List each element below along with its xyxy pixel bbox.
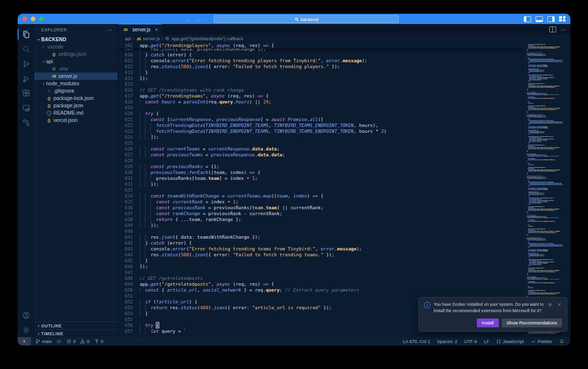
code-line[interactable]: 630 previousTeams.forEach((team, index) … bbox=[118, 170, 525, 175]
tree-item--gitignore[interactable]: ◇.gitignore bbox=[34, 87, 118, 95]
code-line[interactable]: 637 const rankChange = previousRank - cu… bbox=[118, 211, 525, 217]
tab-server-js[interactable]: JS server.js × bbox=[118, 24, 163, 35]
code-line[interactable]: 631 previousRanks[team.team] = index + 1… bbox=[118, 175, 525, 181]
code-line[interactable]: 624 ]); bbox=[118, 134, 525, 140]
code-line[interactable]: 618 const hours = parseInt(req.query.hou… bbox=[118, 99, 525, 105]
code-line[interactable]: 639 }); bbox=[118, 222, 525, 228]
activity-explorer-icon[interactable] bbox=[18, 27, 34, 42]
formatter-prettier[interactable]: Prettier bbox=[531, 339, 552, 344]
tree-item-backend[interactable]: ›BACKEND bbox=[34, 36, 118, 43]
breadcrumb-item[interactable]: app.get("/getrelatedposts") callback bbox=[172, 36, 243, 41]
code-line[interactable]: 648// GET /getrelatedposts bbox=[118, 275, 525, 281]
code-line[interactable]: 638 return { ...team, rankChange }; bbox=[118, 217, 525, 222]
eol[interactable]: LF bbox=[484, 339, 490, 344]
back-arrow-icon[interactable]: ← bbox=[186, 16, 192, 22]
activity-references-icon[interactable] bbox=[18, 115, 34, 130]
tree-item-server-js[interactable]: JSserver.js bbox=[34, 73, 118, 80]
code-line[interactable]: 613 } bbox=[118, 70, 525, 75]
code-line[interactable]: 610 } catch (error) { bbox=[118, 52, 525, 58]
notification-settings-gear-icon[interactable] bbox=[547, 302, 553, 307]
activity-remote-explorer-icon[interactable] bbox=[18, 100, 34, 115]
activity-search-icon[interactable] bbox=[18, 42, 34, 56]
install-button[interactable]: Install bbox=[477, 319, 498, 327]
tree-item--vscode[interactable]: ›.vscode bbox=[34, 43, 118, 50]
indentation[interactable]: Spaces: 2 bbox=[437, 339, 457, 344]
breadcrumb-item[interactable]: server.js bbox=[143, 36, 160, 41]
code-line[interactable]: 646}); bbox=[118, 264, 525, 270]
activity-source-control-icon[interactable] bbox=[18, 56, 34, 71]
forward-arrow-icon[interactable]: → bbox=[196, 16, 202, 22]
sticky-scroll-line[interactable]: 582app.get("/trendingplayers", async (re… bbox=[118, 43, 525, 49]
sidebar-section-outline[interactable]: ›OUTLINE bbox=[34, 321, 118, 329]
tree-item-readme-md[interactable]: iREADME.md bbox=[34, 109, 118, 117]
code-line[interactable]: 629 const previousRanks = {}; bbox=[118, 164, 525, 170]
close-tab-icon[interactable]: × bbox=[155, 27, 158, 32]
minimize-window-button[interactable] bbox=[31, 17, 35, 21]
activity-settings-gear-icon[interactable] bbox=[18, 322, 34, 337]
code-line[interactable]: 644 res.status(500).json({ error: "Faile… bbox=[118, 252, 525, 258]
code-line[interactable]: 616// GET /trendingteams with rank chang… bbox=[118, 87, 525, 93]
code-line[interactable]: 635 const currentRank = index + 1; bbox=[118, 199, 525, 205]
code-line[interactable]: 623 fetchTrendingData(TINYBIRD_ENDPOINT_… bbox=[118, 128, 525, 134]
tree-item--env[interactable]: ⚙.env bbox=[34, 65, 118, 73]
activity-account-icon[interactable] bbox=[18, 308, 34, 322]
publish-changes[interactable] bbox=[56, 339, 62, 344]
notifications-bell[interactable] bbox=[559, 339, 564, 344]
code-line[interactable]: 647 bbox=[118, 270, 525, 275]
customize-layout-icon[interactable] bbox=[559, 16, 565, 22]
split-editor-icon[interactable] bbox=[549, 26, 556, 32]
problems-warnings[interactable]: 0 bbox=[80, 339, 89, 344]
tree-item-settings-json[interactable]: {}settings.json bbox=[34, 50, 118, 58]
code-line[interactable]: 628 bbox=[118, 158, 525, 164]
breadcrumb-item[interactable]: api bbox=[125, 36, 131, 41]
code-line[interactable]: 649app.get("/getrelatedposts", async (re… bbox=[118, 281, 525, 287]
explorer-more-actions-icon[interactable]: ⋯ bbox=[107, 27, 113, 33]
more-actions-icon[interactable]: ⋯ bbox=[561, 26, 566, 33]
toggle-secondary-sidebar-icon[interactable] bbox=[547, 16, 555, 22]
toggle-panel-icon[interactable] bbox=[536, 16, 543, 22]
show-recommendations-button[interactable]: Show Recommendations bbox=[502, 319, 562, 327]
code-line[interactable]: 632 }); bbox=[118, 181, 525, 187]
tree-item-node-modules[interactable]: ›node_modules bbox=[34, 80, 118, 87]
code-line[interactable]: 633 bbox=[118, 187, 525, 193]
toggle-sidebar-icon[interactable] bbox=[524, 16, 531, 22]
code-line[interactable]: 622 fetchTrendingData(TINYBIRD_ENDPOINT_… bbox=[118, 123, 525, 128]
code-line[interactable]: 626 const currentTeams = currentResponse… bbox=[118, 146, 525, 152]
code-line[interactable]: 627 const previousTeams = previousRespon… bbox=[118, 152, 525, 158]
zoom-window-button[interactable] bbox=[39, 17, 44, 21]
code-line[interactable]: 634 const teamsWithRankChange = currentT… bbox=[118, 193, 525, 199]
code-line[interactable]: 642 } catch (error) { bbox=[118, 240, 525, 246]
sidebar-section-timeline[interactable]: ›TIMELINE bbox=[34, 329, 118, 337]
code-line[interactable]: 636 const previousRank = previousRanks[t… bbox=[118, 205, 525, 211]
code-line[interactable]: 625 bbox=[118, 140, 525, 146]
notification-close-icon[interactable] bbox=[557, 302, 562, 307]
cursor-position[interactable]: Ln 670, Col 1 bbox=[403, 339, 430, 344]
activity-extensions-icon[interactable] bbox=[18, 86, 34, 100]
code-line[interactable]: 645 } bbox=[118, 258, 525, 264]
language-mode[interactable]: {}JavaScript bbox=[496, 339, 524, 344]
code-line[interactable]: 650 const { article_url, social_network … bbox=[118, 287, 525, 293]
encoding[interactable]: UTF-8 bbox=[464, 339, 477, 344]
ports-indicator[interactable]: 0 bbox=[94, 339, 103, 344]
code-line[interactable]: 612 res.status(500).json({ error: "Faile… bbox=[118, 64, 525, 70]
code-line[interactable]: 582app.get("/trendingplayers", async (re… bbox=[118, 43, 525, 49]
code-line[interactable]: 641 res.json({ data: teamsWithRankChange… bbox=[118, 234, 525, 240]
tree-item-vercel-json[interactable]: {}vercel.json bbox=[34, 117, 118, 124]
problems-errors[interactable]: 0 bbox=[66, 339, 75, 344]
code-line[interactable]: 614}); bbox=[118, 75, 525, 81]
tree-item-package-json[interactable]: {}package.json bbox=[34, 102, 118, 109]
tree-item-package-lock-json[interactable]: {}package-lock.json bbox=[34, 95, 118, 102]
code-line[interactable]: 643 console.error("Error fetching trendi… bbox=[118, 246, 525, 252]
code-line[interactable]: 620 try { bbox=[118, 111, 525, 117]
minimap[interactable] bbox=[525, 43, 570, 337]
code-line[interactable]: 615 bbox=[118, 81, 525, 87]
close-window-button[interactable] bbox=[23, 17, 27, 21]
command-center-search[interactable]: backend bbox=[214, 15, 399, 23]
code-line[interactable]: 619 bbox=[118, 105, 525, 111]
tree-item-api[interactable]: ›api bbox=[34, 58, 118, 65]
code-editor[interactable]: 582app.get("/trendingplayers", async (re… bbox=[118, 43, 525, 337]
git-branch-indicator[interactable]: main bbox=[35, 339, 52, 344]
activity-run-debug-icon[interactable] bbox=[18, 71, 34, 86]
code-line[interactable]: 617app.get("/trendingteams", async (req,… bbox=[118, 93, 525, 99]
code-line[interactable]: 640 bbox=[118, 228, 525, 234]
